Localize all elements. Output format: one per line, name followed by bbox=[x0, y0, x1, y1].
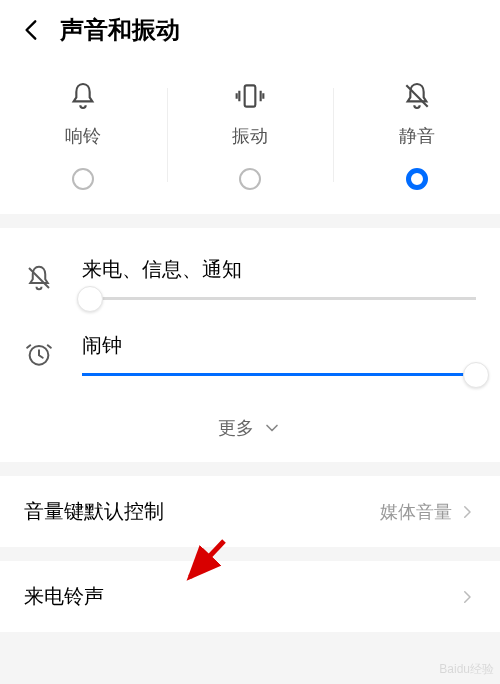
chevron-down-icon bbox=[262, 418, 282, 438]
bell-off-icon bbox=[401, 80, 433, 112]
back-button[interactable] bbox=[18, 16, 46, 44]
sound-mode-selector: 响铃 振动 静音 bbox=[0, 58, 500, 214]
mode-radio[interactable] bbox=[239, 168, 261, 190]
mode-label: 响铃 bbox=[65, 124, 101, 148]
mode-label: 振动 bbox=[232, 124, 268, 148]
slider-thumb[interactable] bbox=[77, 286, 103, 312]
settings-list: 音量键默认控制 媒体音量 来电铃声 bbox=[0, 476, 500, 632]
more-button[interactable]: 更多 bbox=[24, 408, 476, 444]
svg-rect-0 bbox=[245, 85, 256, 106]
mode-label: 静音 bbox=[399, 124, 435, 148]
chevron-right-icon bbox=[458, 588, 476, 606]
setting-ringtone[interactable]: 来电铃声 bbox=[0, 561, 500, 632]
setting-label: 音量键默认控制 bbox=[24, 498, 164, 525]
slider-label: 闹钟 bbox=[82, 332, 476, 359]
arrow-left-icon bbox=[19, 17, 45, 43]
slider-incoming: 来电、信息、通知 bbox=[24, 256, 476, 300]
vibrate-icon bbox=[234, 80, 266, 112]
page-title: 声音和振动 bbox=[60, 14, 180, 46]
alarm-clock-icon bbox=[24, 339, 54, 369]
chevron-right-icon bbox=[458, 503, 476, 521]
bell-off-icon bbox=[24, 263, 54, 293]
header-section: 声音和振动 响铃 振动 静音 bbox=[0, 0, 500, 214]
setting-value: 媒体音量 bbox=[380, 500, 452, 524]
mode-radio[interactable] bbox=[72, 168, 94, 190]
bell-icon bbox=[67, 80, 99, 112]
slider-thumb[interactable] bbox=[463, 362, 489, 388]
mode-ring[interactable]: 响铃 bbox=[0, 80, 167, 190]
setting-label: 来电铃声 bbox=[24, 583, 104, 610]
more-label: 更多 bbox=[218, 416, 254, 440]
watermark: Baidu经验 bbox=[439, 661, 494, 678]
slider-alarm: 闹钟 bbox=[24, 332, 476, 376]
volume-sliders-section: 来电、信息、通知 闹钟 更多 bbox=[0, 228, 500, 462]
slider-alarm-track[interactable] bbox=[82, 373, 476, 376]
slider-label: 来电、信息、通知 bbox=[82, 256, 476, 283]
mode-vibrate[interactable]: 振动 bbox=[167, 80, 334, 190]
setting-volume-key-control[interactable]: 音量键默认控制 媒体音量 bbox=[0, 476, 500, 547]
mode-silent[interactable]: 静音 bbox=[333, 80, 500, 190]
mode-radio[interactable] bbox=[406, 168, 428, 190]
slider-incoming-track[interactable] bbox=[82, 297, 476, 300]
